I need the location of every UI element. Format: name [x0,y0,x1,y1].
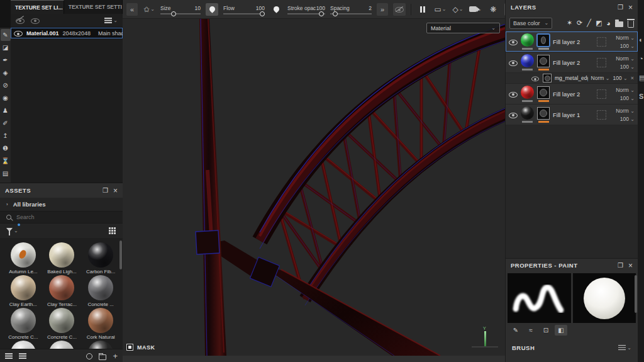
texture-set-row[interactable]: Material.001 2048x2048 Main shader [11,28,123,38]
toggle-visibility-icon[interactable] [31,15,40,26]
brush-options-button[interactable]: ⌄ [618,345,631,351]
layer-mask-thumbnail[interactable] [537,107,550,120]
more-sliders-button[interactable]: » [377,3,388,16]
layer-visibility-icon[interactable] [509,111,518,118]
size-thumb[interactable] [171,11,176,16]
properties-scrollbar[interactable] [635,275,637,313]
brush-preset-button[interactable]: ✩⌄ [143,3,155,16]
brush-section-header[interactable]: BRUSH ⌄ [506,340,638,355]
asset-item-partial[interactable] [5,341,42,349]
close-icon[interactable]: × [628,262,633,269]
layer-name[interactable]: Fill layer 1 [553,111,594,118]
shading-mode-dropdown[interactable]: Material ⌄ [426,23,500,33]
polygon-fill-tool-button[interactable]: ◈ [1,67,11,79]
float-panel-icon[interactable]: ❐ [618,263,623,269]
opacity-dropdown[interactable]: 100 ⌄ [620,64,635,70]
asset-item-partial[interactable] [82,341,119,349]
assets-scrollbar[interactable] [119,240,122,269]
asset-item[interactable]: Baked Ligh... [44,242,80,275]
smudge-tool-button[interactable]: ⊘ [1,79,11,91]
quick-action-button[interactable]: ❶ [1,142,11,154]
eye-icon[interactable] [14,30,23,37]
stroke-tip-button[interactable] [270,3,282,16]
delete-layer-icon[interactable] [628,21,634,28]
viewport-mode-button[interactable]: ▭⌄ [434,3,447,16]
layer-mask-thumbnail[interactable] [537,55,550,67]
libraries-selector[interactable]: › All libraries [0,198,123,211]
filter-button[interactable]: ⌄ [6,228,18,234]
mesh-display-button[interactable]: ◇⌄ [452,3,464,16]
layer-visibility-icon[interactable] [509,38,518,45]
opacity-dropdown[interactable]: 100 ⌄ [613,75,627,81]
size-track[interactable] [160,13,201,14]
asset-item-partial[interactable] [44,341,80,349]
layer-row[interactable]: Fill layer 2 Norm ⌄ 100 ⌄ [506,52,638,73]
float-panel-icon[interactable]: ❐ [103,188,108,194]
tab-texture-set-settings[interactable]: TEXTURE SET SETTIN... [64,0,123,14]
opacity-dropdown[interactable]: 100 ⌄ [620,43,635,49]
physics-brush-button[interactable]: ❋ [487,3,499,16]
layer-name[interactable]: Fill layer 2 [553,59,594,66]
close-icon[interactable]: × [113,187,118,195]
import-folder-icon[interactable] [99,354,106,360]
asset-item[interactable]: Concrete C... [5,308,42,341]
docked-icon[interactable]: ◐ [639,37,643,43]
grid-view-icon[interactable] [109,227,116,235]
effect-name[interactable]: mg_metal_edge_w... [555,75,588,81]
effect-visibility-icon[interactable] [531,75,539,81]
spacing-track[interactable] [330,13,372,14]
eraser-tool-button[interactable]: ◪ [1,42,11,54]
layer-color-thumbnail[interactable] [521,33,534,47]
camera-settings-button[interactable]: ⌄ [469,3,482,16]
document-tool-button[interactable]: ▤ [1,167,11,179]
remove-effect-icon[interactable]: × [631,76,634,81]
size-slider[interactable]: Size10 [160,4,201,14]
add-smart-material-icon[interactable]: ⟳ [577,19,582,27]
layer-mask-thumbnail[interactable] [537,34,550,47]
material-picker-tool-button[interactable]: ✐ [1,117,11,129]
effect-thumbnail[interactable] [543,74,552,82]
asset-item[interactable]: Clay Terrac... [44,275,80,308]
blend-mode-dropdown[interactable]: Norm ⌄ [616,108,635,114]
collapse-left-button[interactable]: « [126,3,138,16]
brush-tip-button[interactable] [206,3,218,16]
stamp-tool-button[interactable]: ♟ [1,105,11,116]
layer-name[interactable]: Fill layer 2 [553,91,594,98]
channel-filter-dropdown[interactable]: Base color ⌄ [509,18,552,29]
asset-item[interactable]: Carbon Fib... [82,242,119,275]
paint-tool-button[interactable]: ✎ [1,29,11,41]
add-smart-mask-icon[interactable]: ◕ [606,20,611,27]
material-sphere-preview[interactable] [573,273,636,323]
mask-mode-bar[interactable]: MASK [126,344,155,351]
asset-item[interactable]: Cork Natural [82,308,119,341]
layer-color-thumbnail[interactable] [521,106,534,120]
asset-item[interactable]: Concrete C... [44,308,80,341]
add-fill-layer-icon[interactable]: ◩ [596,19,602,27]
flow-thumb[interactable] [260,11,265,16]
detail-view-icon[interactable] [19,353,26,359]
tab-texture-set-list[interactable]: TEXTURE SET LI... × [11,0,64,14]
spacing-thumb[interactable] [333,11,338,16]
layer-visibility-icon[interactable] [509,91,518,98]
docked-icon[interactable]: ▤ [639,74,644,81]
flow-slider[interactable]: Flow100 [223,4,265,14]
docked-icon[interactable]: ◔ [639,55,643,62]
float-panel-icon[interactable]: ❐ [618,4,623,11]
tab-brush-icon[interactable]: ✎ [509,325,522,336]
projection-tool-button[interactable]: ✒ [1,54,11,66]
opacity-dropdown[interactable]: 100 ⌄ [620,116,635,122]
blend-mode-dropdown[interactable]: Norm ⌄ [616,35,635,41]
stroke-opacity-slider[interactable]: Stroke opac100 [287,4,325,14]
layer-row[interactable]: Fill layer 2 Norm ⌄ 100 ⌄ [506,31,638,52]
symmetry-toggle-button[interactable] [393,3,406,16]
layer-mask-thumbnail[interactable] [537,86,550,99]
export-tool-button[interactable]: ↥ [1,130,11,142]
refresh-icon[interactable] [86,353,92,359]
add-effect-icon[interactable]: ✶ [567,19,572,27]
brush-stroke-preview[interactable] [508,273,571,323]
clone-tool-button[interactable]: ◉ [1,92,11,104]
stroke-opacity-track[interactable] [287,13,325,14]
viewport-3d[interactable]: Material ⌄ MASK Y [123,19,505,356]
layer-visibility-icon[interactable] [509,59,518,66]
opacity-dropdown[interactable]: 100 ⌄ [620,95,635,101]
